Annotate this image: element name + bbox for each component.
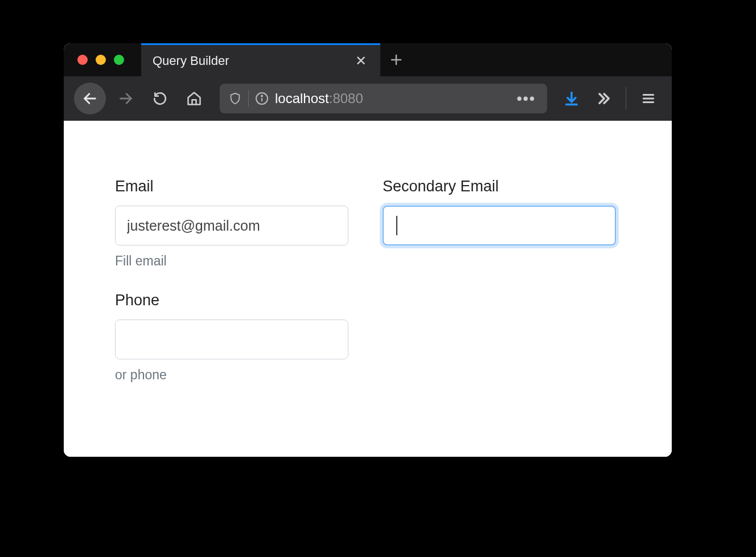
secondary-email-label: Secondary Email [383, 178, 616, 195]
left-column: Email Fill email Phone or phone [115, 178, 348, 423]
close-tab-icon[interactable]: ✕ [353, 53, 369, 69]
reload-icon [153, 91, 167, 106]
forward-button[interactable] [112, 84, 140, 113]
arrow-right-icon [118, 91, 134, 107]
back-button[interactable] [74, 83, 106, 114]
divider [248, 90, 249, 107]
arrow-left-icon [82, 91, 98, 107]
toolbar: localhost:8080 ••• [64, 76, 672, 121]
info-icon[interactable] [254, 91, 269, 106]
plus-icon [389, 53, 403, 67]
phone-label: Phone [115, 292, 348, 309]
secondary-email-field-group: Secondary Email [383, 178, 616, 245]
home-icon [186, 91, 202, 107]
email-label: Email [115, 178, 348, 195]
reload-button[interactable] [146, 84, 174, 113]
close-window-button[interactable] [77, 55, 88, 65]
hamburger-icon [641, 91, 656, 106]
address-bar[interactable]: localhost:8080 ••• [220, 84, 547, 113]
url-host: localhost [275, 91, 329, 107]
page-actions-icon[interactable]: ••• [513, 90, 539, 108]
text-cursor [396, 216, 397, 235]
chevron-double-right-icon [595, 91, 611, 107]
svg-point-6 [261, 96, 262, 97]
email-hint: Fill email [115, 253, 348, 269]
phone-hint: or phone [115, 367, 348, 383]
url-port: :8080 [329, 91, 363, 107]
window-controls [64, 43, 141, 76]
tab-title: Query Builder [153, 54, 353, 68]
divider [626, 87, 626, 110]
phone-field-group: Phone or phone [115, 292, 348, 383]
url-text[interactable]: localhost:8080 [275, 91, 508, 107]
shield-icon[interactable] [228, 91, 243, 106]
minimize-window-button[interactable] [96, 55, 106, 65]
download-icon [564, 91, 580, 107]
browser-tab-active[interactable]: Query Builder ✕ [141, 43, 380, 76]
overflow-button[interactable] [590, 85, 617, 112]
secondary-email-input[interactable] [383, 206, 616, 245]
phone-input[interactable] [115, 320, 348, 359]
page-content: Email Fill email Phone or phone Secondar… [64, 121, 672, 457]
email-input[interactable] [115, 206, 348, 245]
menu-button[interactable] [635, 85, 662, 112]
browser-window: Query Builder ✕ localho [64, 43, 672, 457]
new-tab-button[interactable] [380, 43, 412, 76]
titlebar: Query Builder ✕ [64, 43, 672, 76]
email-field-group: Email Fill email [115, 178, 348, 269]
downloads-button[interactable] [558, 85, 585, 112]
home-button[interactable] [180, 84, 208, 113]
maximize-window-button[interactable] [114, 55, 124, 65]
right-column: Secondary Email [383, 178, 616, 423]
